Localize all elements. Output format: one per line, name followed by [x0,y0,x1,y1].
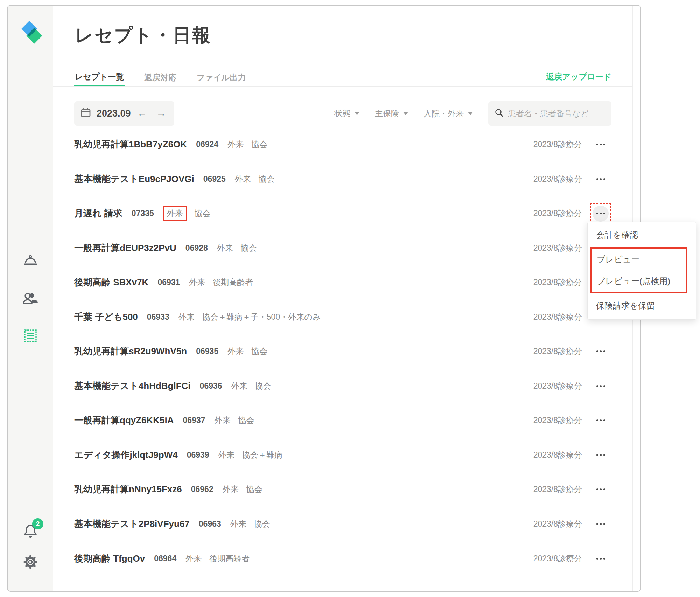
more-options-button[interactable] [593,171,609,187]
more-options-button[interactable] [593,137,609,153]
receipt-row[interactable]: 一般再計算qqyZ6KK5iA 06937 外来協会 2023/8診療分 [74,403,611,438]
annotation-dashed-box [590,479,611,500]
filter-main-insurance-label: 主保険 [375,108,399,119]
receipt-row[interactable]: エディタ操作jklqtJ9pW4 06939 外来協会＋難病 2023/8診療分 [74,438,611,473]
receipt-row[interactable]: 千葉 子ども500 06933 外来協会＋難病＋子・500・外来のみ 2023/… [74,300,611,335]
receipt-row[interactable]: 一般再計算dEUP3z2PvU 06928 外来協会 2023/8診療分 [74,231,611,266]
main-content: レセプト・日報 レセプト一覧 返戻対応 ファイル出力 返戻アップロード [53,6,633,591]
patient-number: 06924 [196,140,218,149]
menu-item[interactable]: プレビュー(点検用) [592,270,686,292]
annotation-dashed-box [590,513,611,535]
receipt-list: 乳幼児再計算1BbB7yZ6OK 06924 外来協会 2023/8診療分 基本… [74,127,611,576]
billing-month: 2023/8診療分 [523,346,582,357]
row-tag: 外来 [223,484,239,495]
app-logo[interactable] [23,22,44,48]
sidebar-item-notifications[interactable]: 2 [8,523,53,539]
row-tags: 外来協会＋難病 [218,450,282,460]
receipt-row[interactable]: 乳幼児再計算1BbB7yZ6OK 06924 外来協会 2023/8診療分 [74,127,611,162]
tab-henrei-taiou[interactable]: 返戻対応 [144,69,177,86]
row-tag: 後期高齢者 [209,553,250,564]
row-tags: 外来協会 [230,519,270,529]
month-picker[interactable]: 2023.09 ← → [74,101,174,126]
billing-month: 2023/8診療分 [523,174,582,185]
receipt-row[interactable]: 基本機能テスト4hHdBglFCi 06936 外来協会 2023/8診療分 [74,369,611,404]
billing-month: 2023/8診療分 [523,277,582,288]
menu-item[interactable]: プレビュー [592,249,686,270]
more-options-button[interactable] [593,550,609,567]
annotation-dashed-box [590,444,611,466]
row-tag: 外来 [217,243,233,254]
prev-month-button[interactable]: ← [137,109,147,118]
row-action [590,341,611,362]
row-tag: 協会＋難病＋子・500・外来のみ [202,312,321,322]
sidebar-item-patients[interactable] [8,292,53,305]
patient-name: 乳幼児再計算sR2u9WhV5n [74,345,187,357]
row-tag: 協会 [238,415,254,426]
filter-main-insurance[interactable]: 主保険 [375,108,408,119]
row-tag: 外来 [186,553,202,564]
annotation-dashed-box [590,203,611,224]
receipt-row[interactable]: 基本機能テストEu9cPJOVGi 06925 外来協会 2023/8診療分 [74,162,611,197]
next-month-button[interactable]: → [156,109,166,118]
row-tags: 外来協会 [223,484,262,495]
more-options-button[interactable] [593,481,609,498]
calendar-icon [80,107,91,119]
receipt-row[interactable]: 乳幼児再計算sR2u9WhV5n 06935 外来協会 2023/8診療分 [74,334,611,369]
more-options-button[interactable] [593,412,609,429]
menu-item[interactable]: 保険請求を保留 [588,296,696,316]
patient-name: 一般再計算dEUP3z2PvU [74,242,176,254]
filter-inpatient-outpatient[interactable]: 入院・外来 [424,108,473,119]
billing-month: 2023/8診療分 [523,312,582,322]
row-tags: 外来後期高齢者 [186,553,250,564]
menu-item[interactable]: 会計を確認 [588,225,696,245]
row-tag: 外来 [231,381,247,391]
sidebar-item-reception[interactable] [8,254,53,266]
more-options-button[interactable] [593,447,609,463]
tab-file-output[interactable]: ファイル出力 [196,69,246,86]
patient-name: エディタ操作jklqtJ9pW4 [74,449,178,461]
receipt-row[interactable]: 後期高齢 SBXv7K 06931 外来後期高齢者 2023/8診療分 [74,265,611,300]
patient-name: 基本機能テストEu9cPJOVGi [74,173,194,185]
receipt-row[interactable]: 乳幼児再計算nNny15Fxz6 06962 外来協会 2023/8診療分 [74,472,611,507]
row-tags: 外来協会 [217,243,257,254]
row-tag: 外来 [215,415,231,426]
row-tags: 外来協会 [227,139,267,150]
row-tag-annotated: 外来 [163,206,187,221]
sidebar-item-receipts-active[interactable] [8,329,53,342]
more-options-button[interactable] [593,378,609,394]
more-options-button[interactable] [593,516,609,532]
more-options-button[interactable] [593,343,609,360]
patient-number: 06936 [200,381,222,391]
patient-number: 06962 [191,485,214,494]
row-tag: 協会 [251,139,267,150]
row-tag: 外来 [230,519,246,529]
row-tags: 外来協会 [215,415,254,426]
patient-name: 月遅れ 請求 [74,207,122,220]
row-action [590,168,611,190]
sidebar-item-settings[interactable] [8,555,53,569]
billing-month: 2023/8診療分 [523,450,582,460]
receipt-row[interactable]: 後期高齢 TfgqOv 06964 外来後期高齢者 2023/8診療分 [74,541,611,576]
search-input[interactable] [508,109,611,118]
henrei-upload-link[interactable]: 返戻アップロード [546,69,611,85]
row-tags: 外来協会＋難病＋子・500・外来のみ [178,312,321,322]
receipt-row[interactable]: 基本機能テスト2P8iVFyu67 06963 外来協会 2023/8診療分 [74,507,611,542]
screenshot-canvas: 2 [0,0,700,597]
app-window: 2 [7,5,641,592]
more-options-button[interactable] [593,206,609,222]
annotation-red-box: プレビュープレビュー(点検用) [590,247,687,293]
notification-badge: 2 [32,518,43,529]
filter-status[interactable]: 状態 [334,108,359,119]
patient-number: 06964 [154,554,176,563]
tab-receipt-list[interactable]: レセプト一覧 [74,69,125,86]
patient-number: 06963 [199,519,221,529]
row-action [590,410,611,431]
annotation-dashed-box [590,548,611,569]
list-bottom-divider [53,587,632,587]
patient-number: 06935 [196,347,218,356]
billing-month: 2023/8診療分 [523,519,582,529]
bell-icon: 2 [23,523,38,539]
patient-number: 06925 [203,174,226,184]
patient-name: 千葉 子ども500 [74,311,138,323]
receipt-row[interactable]: 月遅れ 請求 07335 外来協会 2023/8診療分 [74,196,611,231]
